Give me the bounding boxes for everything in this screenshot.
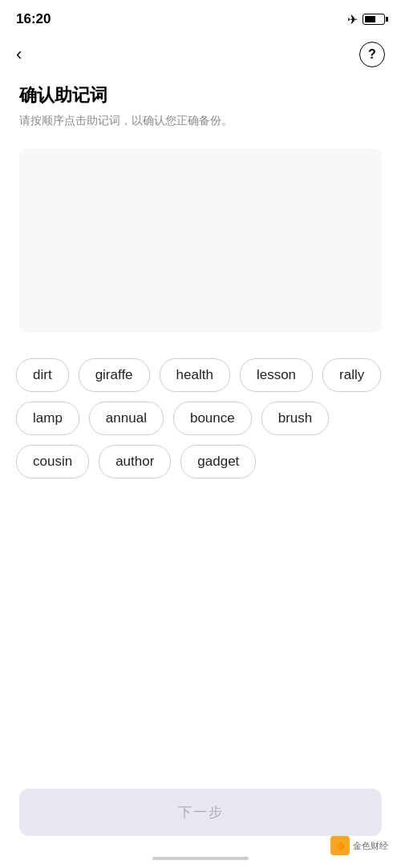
word-chip[interactable]: rally <box>322 358 381 392</box>
page-subtitle: 请按顺序点击助记词，以确认您正确备份。 <box>19 112 382 129</box>
bottom-section: 下一步 <box>0 789 401 836</box>
word-chip[interactable]: gadget <box>180 445 256 478</box>
status-icons: ✈ <box>347 12 385 27</box>
nav-bar: ‹ ? <box>0 35 401 74</box>
help-button[interactable]: ? <box>359 42 385 67</box>
battery-icon <box>363 14 385 25</box>
watermark: 🔶 金色财经 <box>330 836 388 855</box>
word-chip[interactable]: lesson <box>240 358 313 392</box>
word-chip[interactable]: annual <box>89 402 164 435</box>
home-indicator <box>152 857 249 860</box>
status-bar: 16:20 ✈ <box>0 0 401 35</box>
back-button[interactable]: ‹ <box>16 46 22 63</box>
next-button[interactable]: 下一步 <box>19 789 382 836</box>
page-title: 确认助记词 <box>19 83 382 107</box>
word-chip[interactable]: giraffe <box>79 358 150 392</box>
word-chip[interactable]: brush <box>261 402 330 435</box>
word-chip[interactable]: bounce <box>173 402 252 435</box>
word-chip[interactable]: cousin <box>16 445 89 478</box>
mnemonic-display-area <box>19 148 382 333</box>
watermark-text: 金色财经 <box>353 840 388 852</box>
word-chip[interactable]: author <box>99 445 171 478</box>
airplane-icon: ✈ <box>347 12 358 27</box>
watermark-icon: 🔶 <box>330 836 350 855</box>
word-chips-container: dirtgiraffehealthlessonrallylampannualbo… <box>0 345 401 491</box>
page-header: 确认助记词 请按顺序点击助记词，以确认您正确备份。 <box>0 74 401 135</box>
word-chip[interactable]: lamp <box>16 402 79 435</box>
word-chip[interactable]: dirt <box>16 358 69 392</box>
word-chip[interactable]: health <box>160 358 230 392</box>
status-time: 16:20 <box>16 11 51 27</box>
